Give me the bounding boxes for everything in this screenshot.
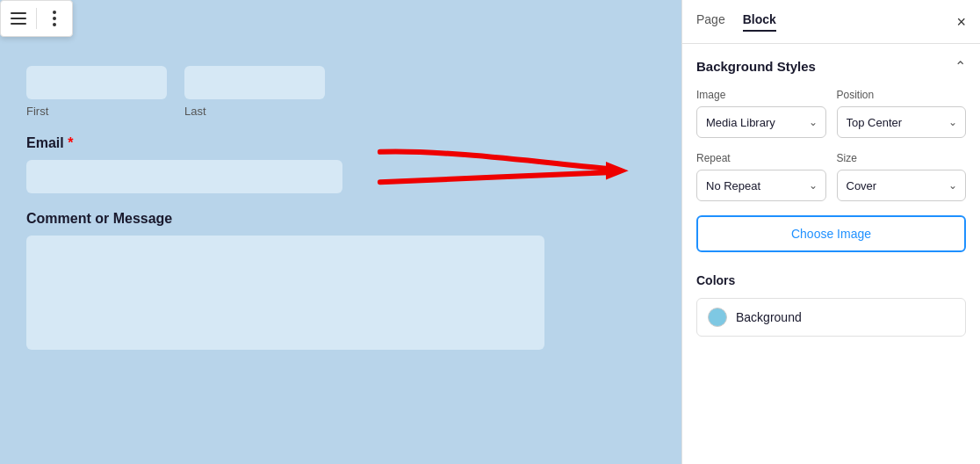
right-panel: Page Block × Background Styles ⌃ Image M… — [681, 0, 980, 464]
first-name-field: First — [26, 66, 167, 118]
email-required: * — [68, 135, 73, 150]
repeat-field-group: Repeat No Repeat Repeat Repeat-X Repeat-… — [696, 152, 826, 201]
repeat-select-wrapper: No Repeat Repeat Repeat-X Repeat-Y ⌄ — [696, 170, 826, 201]
last-name-input[interactable] — [184, 66, 325, 99]
toolbar-float — [0, 0, 73, 37]
repeat-label: Repeat — [696, 152, 826, 164]
collapse-button[interactable]: ⌃ — [955, 58, 966, 75]
image-select-wrapper: Media Library URL None ⌄ — [696, 106, 826, 138]
svg-point-5 — [53, 23, 56, 26]
image-label: Image — [696, 89, 826, 101]
first-name-label: First — [26, 105, 167, 118]
size-select[interactable]: Cover Contain Auto — [837, 170, 967, 201]
svg-rect-2 — [11, 23, 26, 25]
svg-point-3 — [53, 11, 56, 14]
repeat-size-row: Repeat No Repeat Repeat Repeat-X Repeat-… — [696, 152, 966, 201]
email-label: Email * — [26, 135, 655, 151]
email-input[interactable] — [26, 160, 342, 193]
toolbar-list-icon[interactable] — [1, 1, 36, 36]
position-select-wrapper: Top Center Center Center Top Left Top Ri… — [837, 106, 967, 138]
close-button[interactable]: × — [956, 14, 966, 30]
size-label: Size — [837, 152, 967, 164]
background-color-swatch — [708, 308, 727, 327]
size-field-group: Size Cover Contain Auto ⌄ — [837, 152, 967, 201]
position-field-group: Position Top Center Center Center Top Le… — [837, 89, 967, 138]
left-panel: First Last Email * Comment or Message — [0, 0, 681, 464]
svg-rect-0 — [11, 12, 26, 14]
section-title: Background Styles — [696, 59, 816, 74]
section-header: Background Styles ⌃ — [696, 58, 966, 75]
colors-title: Colors — [696, 273, 966, 287]
image-select[interactable]: Media Library URL None — [696, 106, 826, 138]
panel-header: Page Block × — [682, 0, 980, 44]
repeat-select[interactable]: No Repeat Repeat Repeat-X Repeat-Y — [696, 170, 826, 201]
panel-body: Background Styles ⌃ Image Media Library … — [682, 44, 980, 464]
toolbar-more-icon[interactable] — [37, 1, 72, 36]
position-select[interactable]: Top Center Center Center Top Left Top Ri… — [837, 106, 967, 138]
tab-page[interactable]: Page — [696, 12, 725, 32]
message-section: Comment or Message — [26, 211, 655, 350]
message-label: Comment or Message — [26, 211, 655, 227]
first-name-input[interactable] — [26, 66, 167, 99]
panel-tabs: Page Block — [696, 12, 776, 32]
background-color-item[interactable]: Background — [696, 298, 966, 337]
image-field-group: Image Media Library URL None ⌄ — [696, 89, 826, 138]
image-position-row: Image Media Library URL None ⌄ Position … — [696, 89, 966, 138]
last-name-label: Last — [184, 105, 325, 118]
tab-block[interactable]: Block — [743, 12, 776, 32]
choose-image-button[interactable]: Choose Image — [696, 215, 966, 252]
svg-rect-1 — [11, 18, 26, 19]
form-content: First Last Email * Comment or Message — [26, 66, 655, 350]
position-label: Position — [837, 89, 967, 101]
size-select-wrapper: Cover Contain Auto ⌄ — [837, 170, 967, 201]
email-section: Email * — [26, 135, 655, 193]
message-textarea[interactable] — [26, 236, 544, 350]
svg-point-4 — [53, 17, 56, 20]
background-color-label: Background — [736, 310, 802, 324]
name-row: First Last — [26, 66, 655, 118]
last-name-field: Last — [184, 66, 325, 118]
colors-section: Colors Background — [696, 273, 966, 337]
